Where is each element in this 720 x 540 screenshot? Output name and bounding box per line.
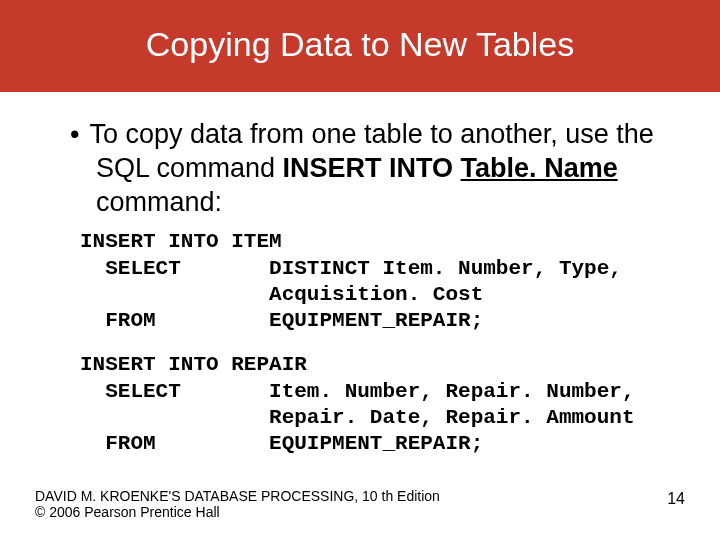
code2-line4: FROM EQUIPMENT_REPAIR; [80, 432, 483, 455]
bullet-bold-3: command: [96, 187, 222, 217]
code1-line2: SELECT DISTINCT Item. Number, Type, [80, 257, 622, 280]
code2-line3: Repair. Date, Repair. Ammount [80, 406, 635, 429]
bullet-paragraph: •To copy data from one table to another,… [70, 118, 685, 219]
footer-line1: DAVID M. KROENKE'S DATABASE PROCESSING, … [35, 488, 685, 504]
bullet-bold-underline: Table. Name [461, 153, 618, 183]
slide-footer: DAVID M. KROENKE'S DATABASE PROCESSING, … [35, 488, 685, 520]
footer-line2: © 2006 Pearson Prentice Hall [35, 504, 685, 520]
code-block-2: INSERT INTO REPAIR SELECT Item. Number, … [80, 352, 685, 457]
code-block-1: INSERT INTO ITEM SELECT DISTINCT Item. N… [80, 229, 685, 334]
code1-line3: Acquisition. Cost [80, 283, 483, 306]
bullet-bold-1: INSERT INTO [283, 153, 461, 183]
page-number: 14 [667, 490, 685, 508]
code2-line2: SELECT Item. Number, Repair. Number, [80, 380, 635, 403]
code2-line1: INSERT INTO REPAIR [80, 353, 307, 376]
bullet-icon: • [70, 119, 89, 149]
slide-title: Copying Data to New Tables [0, 0, 720, 92]
code1-line1: INSERT INTO ITEM [80, 230, 282, 253]
title-text: Copying Data to New Tables [146, 25, 574, 63]
code1-line4: FROM EQUIPMENT_REPAIR; [80, 309, 483, 332]
